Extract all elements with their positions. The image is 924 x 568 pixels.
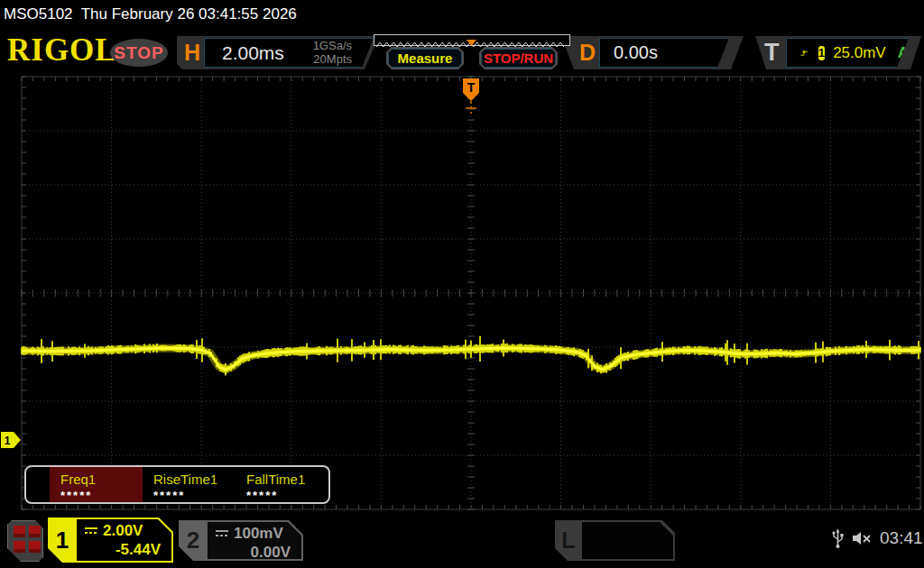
measurement-item-falltime1[interactable]: FallTime1 ***** bbox=[236, 467, 328, 502]
channel-1-scale: 2.00V bbox=[103, 522, 143, 540]
channel-2-scale: 100mV bbox=[234, 525, 283, 543]
measurement-item-freq1[interactable]: Freq1 ***** bbox=[50, 467, 143, 502]
oscilloscope-screen: MSO5102 Thu February 26 03:41:55 2026 RI… bbox=[0, 0, 924, 568]
logic-channels-box[interactable]: L 0 1 2 3 4 5 6 7 8 9 10 11 12 13 14 15 bbox=[555, 520, 675, 561]
measure-button[interactable]: Measure bbox=[386, 47, 464, 69]
dc-coupling-icon bbox=[84, 527, 98, 536]
muted-speaker-icon bbox=[851, 530, 873, 546]
stop-run-button[interactable]: STOP/RUN bbox=[479, 47, 558, 69]
acquisition-preview-bar[interactable] bbox=[374, 34, 570, 46]
channel-1-box[interactable]: 1 2.00V -5.44V bbox=[48, 518, 173, 563]
measurement-panel[interactable]: Freq1 ***** RiseTime1 ***** FallTime1 **… bbox=[24, 465, 330, 504]
dc-coupling-icon bbox=[215, 529, 229, 538]
channel-1-offset: -5.44V bbox=[77, 541, 171, 559]
usb-icon bbox=[832, 527, 844, 549]
measure-button-label: Measure bbox=[388, 49, 462, 68]
channel-2-box[interactable]: 2 100mV 0.00V bbox=[179, 520, 303, 561]
status-clock: 03:41 bbox=[880, 528, 923, 548]
channel-1-ground-marker: 1 bbox=[1, 432, 21, 448]
channel-2-offset: 0.00V bbox=[208, 544, 301, 562]
measurement-item-risetime1[interactable]: RiseTime1 ***** bbox=[143, 467, 236, 502]
preview-waveform-icon bbox=[374, 40, 568, 48]
status-tray: 03:41 bbox=[832, 527, 923, 549]
svg-text:T: T bbox=[467, 80, 476, 95]
svg-text:1: 1 bbox=[5, 435, 11, 447]
stop-run-button-label: STOP/RUN bbox=[481, 49, 556, 68]
trigger-position-marker: T bbox=[463, 78, 479, 101]
